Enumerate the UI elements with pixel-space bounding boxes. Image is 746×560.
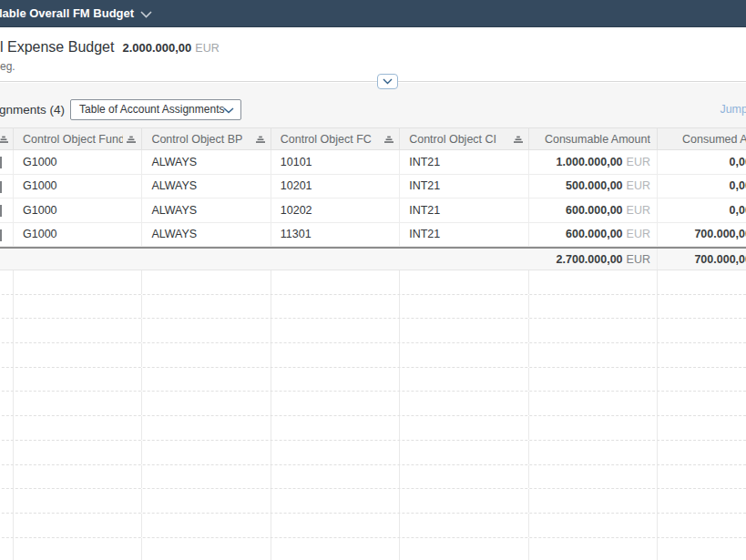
- empty-cell: [657, 465, 746, 489]
- collapse-header-button[interactable]: [377, 74, 398, 89]
- empty-cell: [528, 416, 657, 440]
- view-select[interactable]: Table of Account Assignments: [70, 99, 241, 120]
- empty-cell: [528, 441, 657, 464]
- cell-ci: INT21: [399, 175, 527, 199]
- cell-cut-column: [0, 175, 13, 199]
- empty-cell: [657, 441, 746, 464]
- chevron-down-icon: [223, 107, 234, 114]
- empty-cell: [13, 514, 141, 537]
- content-panel: gnments (4) Table of Account Assignments…: [0, 83, 746, 560]
- empty-cell: [657, 392, 746, 415]
- empty-cell: [0, 441, 13, 464]
- totals-consumable-currency: EUR: [627, 253, 650, 266]
- empty-cell: [528, 538, 657, 560]
- cell-bp: ALWAYS: [141, 223, 270, 247]
- amount-currency: EUR: [627, 228, 650, 240]
- cell-fund: G1000: [13, 175, 141, 199]
- column-label: Consumable Amount: [545, 133, 650, 146]
- empty-cell: [13, 368, 141, 392]
- table-row[interactable]: G1000ALWAYS10202INT21600.000,00EUR0,00EU…: [0, 199, 746, 223]
- cell-cut-column: [0, 150, 13, 174]
- table-toolbar: gnments (4) Table of Account Assignments…: [0, 98, 746, 120]
- account-assignments-table: Control Object FundControl Object BPCont…: [0, 127, 746, 560]
- empty-table-row: [0, 538, 746, 560]
- empty-cell: [399, 270, 527, 294]
- column-header-consumable-amount[interactable]: Consumable Amount: [528, 128, 657, 149]
- empty-cell: [399, 368, 527, 392]
- empty-table-row: [0, 295, 746, 320]
- empty-cell: [13, 343, 141, 367]
- empty-cell: [528, 514, 657, 537]
- empty-cell: [399, 489, 527, 513]
- jump-link[interactable]: Jump: [720, 103, 746, 116]
- amount-currency: EUR: [627, 204, 650, 217]
- budget-amount: 2.000.000,00: [122, 41, 191, 55]
- table-body: G1000ALWAYS10101INT211.000.000,00EUR0,00…: [0, 150, 746, 247]
- cell-bp: ALWAYS: [141, 175, 270, 199]
- chevron-down-icon[interactable]: [140, 11, 152, 18]
- app-screen: lable Overall FM Budget l Expense Budget…: [0, 0, 746, 560]
- empty-cell: [141, 295, 270, 319]
- table-viewport: Control Object FundControl Object BPCont…: [0, 127, 746, 560]
- amount-value: 0,00: [730, 179, 746, 192]
- empty-cell: [399, 441, 527, 464]
- totals-consumed-value: 700.000,00: [694, 253, 746, 266]
- empty-cell: [13, 270, 141, 294]
- empty-cell: [141, 465, 270, 489]
- empty-cell: [271, 538, 399, 560]
- empty-cell: [271, 270, 399, 294]
- column-header-control-object-bp[interactable]: Control Object BP: [141, 128, 270, 149]
- page-subtitle: eg.: [0, 60, 15, 73]
- cell-ci: INT21: [399, 223, 527, 247]
- shell-title[interactable]: lable Overall FM Budget: [0, 6, 134, 20]
- table-row[interactable]: G1000ALWAYS10101INT211.000.000,00EUR0,00…: [0, 150, 746, 175]
- amount-currency: EUR: [627, 156, 650, 168]
- empty-cell: [528, 465, 657, 489]
- cell-ci: INT21: [399, 150, 527, 174]
- column-header-consumed-amount[interactable]: Consumed Amount: [657, 128, 746, 149]
- empty-cell: [657, 514, 746, 537]
- shell-bar: lable Overall FM Budget: [0, 0, 746, 27]
- sort-icon: [256, 136, 265, 144]
- column-header-cut-column[interactable]: [0, 128, 13, 149]
- empty-cell: [528, 270, 657, 294]
- empty-cell: [399, 465, 527, 489]
- empty-cell: [0, 270, 13, 294]
- empty-table-row: [0, 343, 746, 368]
- empty-cell: [141, 416, 270, 440]
- column-header-control-object-fc[interactable]: Control Object FC: [271, 128, 399, 149]
- empty-cell: [141, 441, 270, 464]
- totals-consumable-value: 2.700.000,00: [557, 253, 623, 266]
- column-label: Control Object BP: [151, 133, 242, 146]
- empty-cell: [141, 489, 270, 513]
- empty-cell: [657, 295, 746, 319]
- column-label: Control Object FC: [281, 133, 372, 146]
- empty-cell: [271, 368, 399, 392]
- empty-cell: [271, 441, 399, 464]
- table-row[interactable]: G1000ALWAYS11301INT21600.000,00EUR700.00…: [0, 223, 746, 248]
- empty-cell: [141, 270, 270, 294]
- empty-cell: [399, 538, 527, 560]
- totals-consumed-amount: 700.000,00 EUR: [657, 249, 746, 270]
- empty-cell: [0, 489, 13, 513]
- empty-cell: [0, 538, 13, 560]
- cell-consumed: 700.000,00EUR: [657, 223, 746, 247]
- empty-cell: [271, 319, 399, 342]
- page-title: l Expense Budget: [0, 39, 114, 56]
- column-header-control-object-fund[interactable]: Control Object Fund: [13, 128, 141, 149]
- column-label: Control Object CI: [409, 133, 496, 146]
- column-header-control-object-ci[interactable]: Control Object CI: [399, 128, 527, 149]
- cell-bp: ALWAYS: [141, 199, 270, 222]
- table-row[interactable]: G1000ALWAYS10201INT21500.000,00EUR0,00EU…: [0, 175, 746, 199]
- amount-value: 1.000.000,00: [557, 156, 623, 168]
- cell-consumable: 600.000,00EUR: [528, 223, 657, 247]
- amount-value: 0,00: [730, 204, 746, 217]
- empty-cell: [13, 441, 141, 464]
- table-totals-row: 2.700.000,00 EUR 700.000,00 EUR: [0, 247, 746, 270]
- cell-cut-column: [0, 199, 13, 222]
- empty-cell: [0, 319, 13, 342]
- cell-ci: INT21: [399, 199, 527, 222]
- empty-table-row: [0, 392, 746, 416]
- cell-consumed: 0,00EUR: [657, 175, 746, 199]
- table-title: gnments (4): [0, 103, 65, 117]
